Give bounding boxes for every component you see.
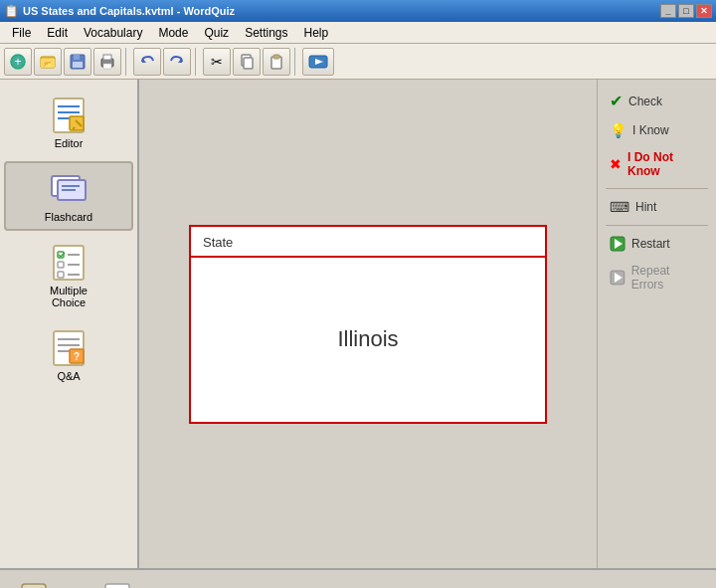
- svg-text:+: +: [14, 55, 21, 69]
- svg-rect-6: [74, 55, 80, 60]
- menu-bar: FileEditVocabularyModeQuizSettingsHelp: [0, 22, 716, 44]
- hint-icon: ⌨: [610, 199, 629, 215]
- qa-label: Q&A: [57, 370, 80, 382]
- check-icon: ✔: [610, 92, 623, 110]
- svg-text:?: ?: [74, 351, 80, 362]
- i-know-icon: 💡: [610, 122, 626, 138]
- i-do-not-know-icon: ✖: [610, 156, 622, 172]
- svg-rect-7: [73, 62, 83, 68]
- sidebar-item-editor[interactable]: Editor: [4, 88, 133, 157]
- repeat-errors-button[interactable]: Repeat Errors: [602, 260, 712, 295]
- menu-item-edit[interactable]: Edit: [39, 24, 76, 42]
- cut-button[interactable]: ✂: [203, 48, 231, 76]
- center-content: State Illinois: [139, 80, 597, 568]
- svg-rect-33: [58, 262, 64, 268]
- restart-label: Restart: [631, 237, 670, 251]
- repeat-errors-icon: [610, 270, 626, 286]
- sidebar-item-flashcard[interactable]: Flashcard: [4, 161, 133, 231]
- toolbar: + 📂 ✂: [0, 44, 716, 80]
- multiple-choice-icon: [49, 243, 89, 283]
- menu-item-vocabulary[interactable]: Vocabulary: [76, 24, 150, 42]
- done-stat: 12: [103, 582, 157, 589]
- svg-text:✂: ✂: [211, 54, 223, 70]
- main-area: Editor Flashcard: [0, 80, 716, 568]
- correct-stat: ✔ 11: [187, 583, 236, 589]
- menu-item-help[interactable]: Help: [295, 24, 336, 42]
- new-button[interactable]: +: [4, 48, 32, 76]
- toolbar-separator-3: [294, 48, 298, 76]
- paste-button[interactable]: [263, 48, 290, 76]
- title-bar: 📋 US States and Capitals.kvtml - WordQui…: [0, 0, 716, 22]
- run-button[interactable]: [302, 48, 334, 76]
- menu-item-file[interactable]: File: [4, 24, 39, 42]
- flashcard-icon: [49, 169, 89, 209]
- menu-item-settings[interactable]: Settings: [237, 24, 295, 42]
- app-icon: 📋: [4, 4, 19, 18]
- window-title: US States and Capitals.kvtml - WordQuiz: [23, 5, 235, 17]
- svg-text:📂: 📂: [44, 60, 53, 69]
- incorrect-icon: ✖: [266, 583, 288, 589]
- sidebar-item-multiple-choice[interactable]: MultipleChoice: [4, 235, 133, 316]
- restart-button[interactable]: Restart: [602, 232, 712, 256]
- i-know-label: I Know: [632, 123, 669, 137]
- minimize-button[interactable]: _: [660, 4, 676, 18]
- flashcard-label: Flashcard: [45, 211, 92, 223]
- maximize-button[interactable]: □: [678, 4, 694, 18]
- hint-button[interactable]: ⌨ Hint: [602, 195, 712, 219]
- toolbar-separator-2: [195, 48, 199, 76]
- svg-rect-35: [58, 272, 64, 278]
- open-button[interactable]: 📂: [34, 48, 62, 76]
- flashcard-header: State: [191, 227, 545, 258]
- check-button[interactable]: ✔ Check: [602, 88, 712, 114]
- undo-button[interactable]: [133, 48, 161, 76]
- svg-rect-10: [103, 64, 111, 69]
- menu-item-mode[interactable]: Mode: [150, 24, 196, 42]
- right-separator-1: [606, 188, 708, 189]
- close-button[interactable]: ✕: [696, 4, 712, 18]
- toolbar-separator-1: [125, 48, 129, 76]
- repeat-errors-label: Repeat Errors: [631, 264, 704, 292]
- i-do-not-know-button[interactable]: ✖ I Do Not Know: [602, 146, 712, 182]
- i-do-not-know-label: I Do Not Know: [627, 150, 704, 178]
- editor-label: Editor: [55, 137, 84, 149]
- svg-rect-24: [70, 116, 84, 130]
- qa-icon: ?: [49, 328, 89, 368]
- right-panel: ✔ Check 💡 I Know ✖ I Do Not Know ⌨ Hint …: [597, 80, 716, 568]
- hint-label: Hint: [635, 200, 656, 214]
- svg-rect-15: [244, 58, 253, 69]
- copy-button[interactable]: [233, 48, 261, 76]
- flashcard-body: Illinois: [191, 258, 545, 422]
- flashcard-card: State Illinois: [189, 225, 547, 424]
- total-stat: ? 50: [20, 582, 74, 589]
- print-button[interactable]: [93, 48, 121, 76]
- done-icon: [103, 582, 131, 589]
- check-label: Check: [628, 95, 662, 108]
- incorrect-stat: ✖ 1: [266, 583, 304, 589]
- redo-button[interactable]: [163, 48, 191, 76]
- editor-icon: [49, 96, 89, 135]
- sidebar-item-qa[interactable]: ? Q&A: [4, 320, 133, 390]
- total-icon: ?: [20, 582, 48, 589]
- multiple-choice-label: MultipleChoice: [50, 285, 88, 308]
- menu-item-quiz[interactable]: Quiz: [196, 24, 237, 42]
- svg-rect-49: [105, 584, 129, 589]
- right-separator-2: [606, 225, 708, 226]
- svg-rect-17: [273, 55, 279, 59]
- bottom-stats-bar: ? 50 12 ✔ 11 ✖ 1 State -> Capital In Ord…: [0, 568, 716, 588]
- save-button[interactable]: [64, 48, 91, 76]
- svg-rect-9: [103, 55, 111, 60]
- restart-icon: [610, 236, 626, 252]
- correct-icon: ✔: [187, 583, 210, 589]
- sidebar: Editor Flashcard: [0, 80, 139, 568]
- i-know-button[interactable]: 💡 I Know: [602, 118, 712, 142]
